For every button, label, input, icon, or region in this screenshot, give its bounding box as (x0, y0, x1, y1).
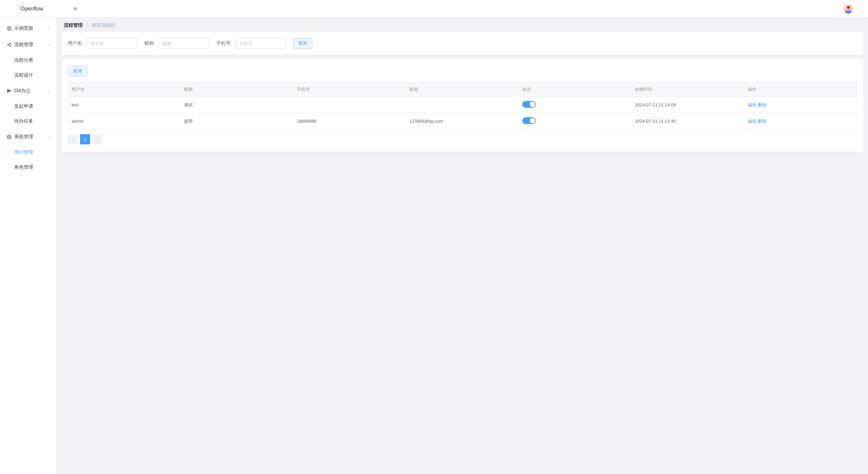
cell-username: admin (68, 113, 181, 129)
col-email: 邮箱 (406, 82, 519, 97)
page-prev-button[interactable] (68, 134, 78, 144)
sidebar-item-label: OA办公 (14, 88, 31, 94)
chevron-up-icon (47, 43, 51, 46)
table-toolbar: 新增 (68, 66, 857, 77)
cell-created: 2024-07-11 21:13:40 (631, 113, 744, 129)
edit-button[interactable]: 编辑 (748, 102, 756, 107)
header: Openflow (0, 0, 868, 18)
chevron-left-icon (71, 137, 75, 141)
svg-point-11 (10, 43, 11, 44)
cell-email: 123456@qq.com (406, 113, 519, 129)
nickname-input[interactable] (159, 38, 209, 49)
svg-line-14 (8, 44, 10, 44)
gear-icon (6, 134, 12, 140)
app-logo: Openflow (7, 6, 43, 12)
nickname-label: 昵称: (144, 40, 155, 46)
svg-line-7 (74, 10, 74, 10)
table-panel: 新增 用户名 昵称 手机号 邮箱 状态 创建时间 操作 (62, 59, 863, 152)
sun-icon (73, 6, 78, 12)
page-next-button[interactable] (92, 134, 102, 144)
cell-phone: 18888888 (294, 113, 406, 129)
breadcrumb: 流程管理 / 未实现路径 (57, 18, 868, 32)
col-actions: 操作 (744, 82, 857, 97)
username-input[interactable] (87, 38, 137, 49)
cell-status (519, 113, 632, 129)
sidebar-subitem-todo[interactable]: 待办任务 (0, 114, 57, 129)
col-nickname: 昵称 (181, 82, 294, 97)
page-number-button[interactable]: 1 (80, 134, 90, 144)
svg-line-4 (76, 10, 77, 10)
cell-created: 2024-07-11 21:14:09 (631, 97, 744, 113)
svg-point-12 (7, 44, 9, 45)
sidebar-subitem-role-mgmt[interactable]: 角色管理 (0, 160, 57, 175)
col-created: 创建时间 (631, 82, 744, 97)
svg-point-0 (74, 8, 76, 9)
col-phone: 手机号 (294, 82, 406, 97)
sidebar-subitem-process-design[interactable]: 流程设计 (0, 68, 57, 83)
cell-username: test (68, 97, 181, 113)
theme-toggle-button[interactable] (70, 4, 80, 14)
form-item-username: 用户名: (68, 38, 137, 49)
query-button[interactable]: 查询 (293, 38, 312, 49)
paper-plane-icon (6, 88, 12, 94)
avatar (844, 4, 853, 14)
svg-point-9 (7, 26, 11, 30)
sidebar-item-label: 发起申请 (14, 103, 33, 109)
sidebar-item-example[interactable]: 示例页面 (0, 20, 57, 37)
cell-status (519, 97, 632, 113)
svg-point-10 (8, 28, 10, 29)
user-menu[interactable] (844, 4, 861, 14)
pagination: 1 (68, 134, 857, 144)
table-header-row: 用户名 昵称 手机号 邮箱 状态 创建时间 操作 (68, 82, 857, 97)
sidebar-item-label: 角色管理 (14, 164, 33, 170)
breadcrumb-separator: / (86, 22, 88, 28)
cell-nickname: 测试 (181, 97, 294, 113)
sidebar: 示例页面 流程管理 流程分类 流程设计 (0, 18, 57, 474)
sidebar-item-label: 用户管理 (14, 149, 33, 156)
sidebar-item-label: 流程分类 (14, 57, 33, 63)
delete-button[interactable]: 删除 (758, 102, 767, 107)
svg-line-15 (8, 45, 10, 46)
share-icon (6, 42, 12, 48)
svg-line-8 (76, 7, 77, 7)
col-username: 用户名 (68, 82, 181, 97)
sidebar-item-label: 流程管理 (14, 42, 33, 48)
sidebar-subitem-user-mgmt[interactable]: 用户管理 (0, 145, 57, 160)
sidebar-item-label: 系统管理 (14, 134, 33, 140)
sidebar-item-oa[interactable]: OA办公 (0, 83, 57, 99)
form-item-nickname: 昵称: (144, 38, 209, 49)
sidebar-item-system[interactable]: 系统管理 (0, 129, 57, 145)
status-switch[interactable] (522, 101, 536, 108)
form-item-phone: 手机号: (216, 38, 285, 49)
breadcrumb-root[interactable]: 流程管理 (64, 22, 83, 28)
chevron-down-icon (47, 27, 51, 30)
life-ring-icon (6, 25, 12, 32)
delete-button[interactable]: 删除 (758, 119, 767, 124)
phone-input[interactable] (235, 38, 285, 49)
search-panel: 用户名: 昵称: 手机号: 查询 (62, 32, 863, 55)
cell-nickname: 超管 (181, 113, 294, 129)
sidebar-item-label: 待办任务 (14, 118, 33, 124)
chevron-right-icon (95, 137, 99, 141)
chevron-down-icon (855, 7, 859, 11)
sidebar-item-label: 示例页面 (14, 25, 33, 32)
cell-actions: 编辑删除 (744, 97, 857, 113)
sidebar-subitem-apply[interactable]: 发起申请 (0, 99, 57, 114)
table-row: test测试2024-07-11 21:14:09编辑删除 (68, 97, 857, 113)
user-table: 用户名 昵称 手机号 邮箱 状态 创建时间 操作 test测试2024-07-1… (68, 82, 857, 129)
username-label: 用户名: (68, 40, 83, 46)
cell-actions: 编辑删除 (744, 113, 857, 129)
edit-button[interactable]: 编辑 (748, 119, 756, 124)
status-switch[interactable] (522, 117, 536, 124)
svg-line-3 (74, 7, 74, 7)
phone-label: 手机号: (216, 40, 232, 46)
breadcrumb-current: 未实现路径 (92, 22, 115, 28)
sidebar-item-process[interactable]: 流程管理 (0, 37, 57, 53)
chevron-up-icon (47, 89, 51, 92)
main-content: 流程管理 / 未实现路径 用户名: 昵称: 手机号: 查询 (57, 18, 868, 474)
col-status: 状态 (519, 82, 632, 97)
svg-point-16 (8, 136, 10, 138)
table-row: admin超管18888888123456@qq.com2024-07-11 2… (68, 113, 857, 129)
add-button[interactable]: 新增 (68, 66, 87, 77)
sidebar-subitem-process-category[interactable]: 流程分类 (0, 53, 57, 68)
